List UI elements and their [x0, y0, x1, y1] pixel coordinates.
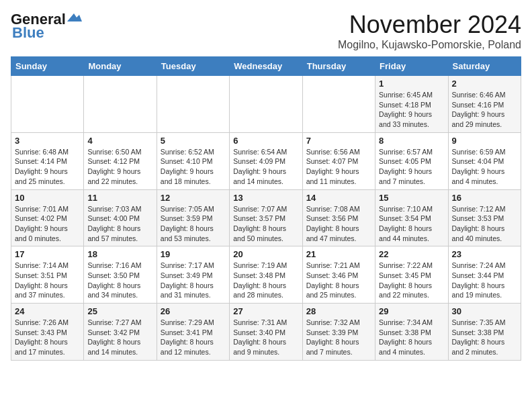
- table-row: 23Sunrise: 7:24 AM Sunset: 3:44 PM Dayli…: [448, 246, 521, 304]
- day-number: 3: [15, 136, 80, 146]
- day-info: Sunrise: 7:34 AM Sunset: 3:38 PM Dayligh…: [379, 318, 444, 357]
- day-info: Sunrise: 7:14 AM Sunset: 3:51 PM Dayligh…: [15, 261, 80, 300]
- table-row: 29Sunrise: 7:34 AM Sunset: 3:38 PM Dayli…: [375, 304, 448, 361]
- table-row: 30Sunrise: 7:35 AM Sunset: 3:38 PM Dayli…: [448, 304, 521, 361]
- table-row: 12Sunrise: 7:05 AM Sunset: 3:59 PM Dayli…: [157, 189, 229, 246]
- logo-bird-icon: [67, 12, 82, 23]
- header-wednesday: Wednesday: [230, 57, 302, 76]
- day-info: Sunrise: 6:52 AM Sunset: 4:10 PM Dayligh…: [161, 147, 226, 187]
- table-row: 4Sunrise: 6:50 AM Sunset: 4:12 PM Daylig…: [84, 132, 157, 189]
- day-info: Sunrise: 7:17 AM Sunset: 3:49 PM Dayligh…: [161, 261, 226, 300]
- day-info: Sunrise: 6:48 AM Sunset: 4:14 PM Dayligh…: [15, 147, 80, 187]
- day-number: 18: [87, 249, 152, 259]
- day-number: 25: [87, 306, 152, 316]
- day-number: 5: [161, 136, 226, 146]
- day-number: 17: [15, 249, 80, 259]
- table-row: [84, 76, 157, 133]
- day-number: 1: [379, 79, 444, 89]
- day-number: 30: [452, 306, 517, 316]
- day-info: Sunrise: 7:32 AM Sunset: 3:39 PM Dayligh…: [306, 318, 371, 357]
- logo-blue: Blue: [11, 24, 44, 42]
- day-number: 24: [15, 306, 80, 316]
- header-sunday: Sunday: [11, 57, 84, 76]
- day-info: Sunrise: 7:27 AM Sunset: 3:42 PM Dayligh…: [87, 318, 152, 357]
- table-row: 25Sunrise: 7:27 AM Sunset: 3:42 PM Dayli…: [84, 304, 157, 361]
- day-number: 2: [452, 79, 517, 89]
- day-number: 14: [306, 193, 371, 203]
- table-row: 6Sunrise: 6:54 AM Sunset: 4:09 PM Daylig…: [230, 132, 302, 189]
- day-info: Sunrise: 7:01 AM Sunset: 4:02 PM Dayligh…: [15, 204, 80, 244]
- day-number: 28: [306, 306, 371, 316]
- day-number: 6: [233, 136, 298, 146]
- day-number: 23: [452, 249, 517, 259]
- day-info: Sunrise: 6:54 AM Sunset: 4:09 PM Dayligh…: [233, 147, 298, 187]
- day-number: 19: [161, 249, 226, 259]
- day-number: 15: [379, 193, 444, 203]
- header: General Blue November 2024 Mogilno, Kuja…: [11, 11, 521, 51]
- day-number: 22: [379, 249, 444, 259]
- day-number: 29: [379, 306, 444, 316]
- day-info: Sunrise: 6:59 AM Sunset: 4:04 PM Dayligh…: [452, 147, 517, 187]
- day-info: Sunrise: 7:29 AM Sunset: 3:41 PM Dayligh…: [161, 318, 226, 357]
- day-number: 21: [306, 249, 371, 259]
- title-block: November 2024 Mogilno, Kujawsko-Pomorski…: [338, 11, 521, 51]
- table-row: 22Sunrise: 7:22 AM Sunset: 3:45 PM Dayli…: [375, 246, 448, 304]
- table-row: 16Sunrise: 7:12 AM Sunset: 3:53 PM Dayli…: [448, 189, 521, 246]
- table-row: 8Sunrise: 6:57 AM Sunset: 4:05 PM Daylig…: [375, 132, 448, 189]
- table-row: 14Sunrise: 7:08 AM Sunset: 3:56 PM Dayli…: [302, 189, 375, 246]
- day-info: Sunrise: 7:16 AM Sunset: 3:50 PM Dayligh…: [87, 261, 152, 300]
- table-row: 5Sunrise: 6:52 AM Sunset: 4:10 PM Daylig…: [157, 132, 229, 189]
- table-row: 27Sunrise: 7:31 AM Sunset: 3:40 PM Dayli…: [230, 304, 302, 361]
- table-row: 28Sunrise: 7:32 AM Sunset: 3:39 PM Dayli…: [302, 304, 375, 361]
- svg-marker-0: [67, 13, 82, 21]
- day-info: Sunrise: 7:19 AM Sunset: 3:48 PM Dayligh…: [233, 261, 298, 300]
- table-row: 11Sunrise: 7:03 AM Sunset: 4:00 PM Dayli…: [84, 189, 157, 246]
- calendar-table: Sunday Monday Tuesday Wednesday Thursday…: [11, 56, 521, 361]
- day-info: Sunrise: 7:31 AM Sunset: 3:40 PM Dayligh…: [233, 318, 298, 357]
- header-thursday: Thursday: [302, 57, 375, 76]
- day-info: Sunrise: 7:22 AM Sunset: 3:45 PM Dayligh…: [379, 261, 444, 300]
- table-row: [11, 76, 84, 133]
- day-info: Sunrise: 7:35 AM Sunset: 3:38 PM Dayligh…: [452, 318, 517, 357]
- table-row: 10Sunrise: 7:01 AM Sunset: 4:02 PM Dayli…: [11, 189, 84, 246]
- calendar-body: 1Sunrise: 6:45 AM Sunset: 4:18 PM Daylig…: [11, 76, 521, 361]
- table-row: 7Sunrise: 6:56 AM Sunset: 4:07 PM Daylig…: [302, 132, 375, 189]
- table-row: 19Sunrise: 7:17 AM Sunset: 3:49 PM Dayli…: [157, 246, 229, 304]
- day-info: Sunrise: 7:26 AM Sunset: 3:43 PM Dayligh…: [15, 318, 80, 357]
- table-row: [230, 76, 302, 133]
- day-info: Sunrise: 7:21 AM Sunset: 3:46 PM Dayligh…: [306, 261, 371, 300]
- day-number: 26: [161, 306, 226, 316]
- table-row: 15Sunrise: 7:10 AM Sunset: 3:54 PM Dayli…: [375, 189, 448, 246]
- day-info: Sunrise: 7:07 AM Sunset: 3:57 PM Dayligh…: [233, 204, 298, 244]
- day-number: 12: [161, 193, 226, 203]
- table-row: 13Sunrise: 7:07 AM Sunset: 3:57 PM Dayli…: [230, 189, 302, 246]
- table-row: 20Sunrise: 7:19 AM Sunset: 3:48 PM Dayli…: [230, 246, 302, 304]
- day-number: 8: [379, 136, 444, 146]
- day-info: Sunrise: 7:10 AM Sunset: 3:54 PM Dayligh…: [379, 204, 444, 244]
- day-number: 7: [306, 136, 371, 146]
- header-friday: Friday: [375, 57, 448, 76]
- header-saturday: Saturday: [448, 57, 521, 76]
- table-row: 26Sunrise: 7:29 AM Sunset: 3:41 PM Dayli…: [157, 304, 229, 361]
- logo: General Blue: [11, 11, 82, 42]
- day-number: 10: [15, 193, 80, 203]
- table-row: 9Sunrise: 6:59 AM Sunset: 4:04 PM Daylig…: [448, 132, 521, 189]
- table-row: 2Sunrise: 6:46 AM Sunset: 4:16 PM Daylig…: [448, 76, 521, 133]
- day-number: 4: [87, 136, 152, 146]
- day-number: 20: [233, 249, 298, 259]
- table-row: 1Sunrise: 6:45 AM Sunset: 4:18 PM Daylig…: [375, 76, 448, 133]
- header-tuesday: Tuesday: [157, 57, 229, 76]
- table-row: 21Sunrise: 7:21 AM Sunset: 3:46 PM Dayli…: [302, 246, 375, 304]
- day-info: Sunrise: 7:12 AM Sunset: 3:53 PM Dayligh…: [452, 204, 517, 244]
- table-row: [302, 76, 375, 133]
- table-row: 24Sunrise: 7:26 AM Sunset: 3:43 PM Dayli…: [11, 304, 84, 361]
- day-number: 16: [452, 193, 517, 203]
- day-info: Sunrise: 6:46 AM Sunset: 4:16 PM Dayligh…: [452, 90, 517, 130]
- day-info: Sunrise: 6:56 AM Sunset: 4:07 PM Dayligh…: [306, 147, 371, 187]
- day-info: Sunrise: 6:50 AM Sunset: 4:12 PM Dayligh…: [87, 147, 152, 187]
- day-number: 9: [452, 136, 517, 146]
- day-info: Sunrise: 7:24 AM Sunset: 3:44 PM Dayligh…: [452, 261, 517, 300]
- day-info: Sunrise: 6:45 AM Sunset: 4:18 PM Dayligh…: [379, 90, 444, 130]
- month-title: November 2024: [338, 11, 521, 39]
- table-row: 18Sunrise: 7:16 AM Sunset: 3:50 PM Dayli…: [84, 246, 157, 304]
